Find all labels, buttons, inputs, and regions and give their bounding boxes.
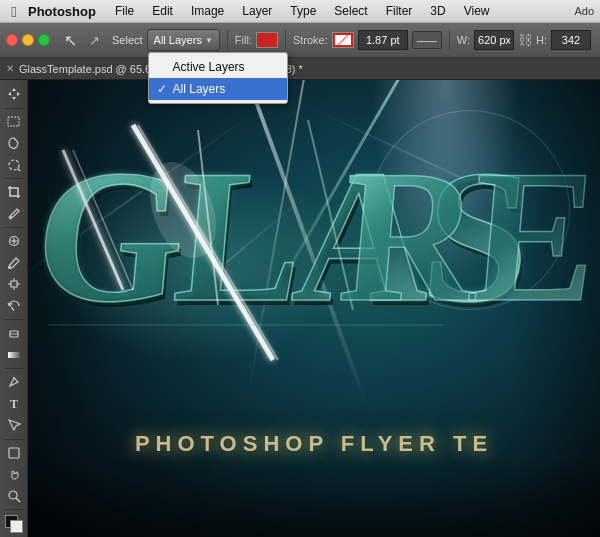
select-label: Select	[112, 34, 143, 46]
direct-select-tool-icon[interactable]: ↗	[85, 31, 104, 50]
dropdown-chevron-icon: ▼	[205, 36, 213, 45]
svg-point-11	[13, 377, 15, 379]
menu-view[interactable]: View	[461, 4, 493, 18]
svg-line-2	[17, 168, 20, 171]
tool-separator-7	[5, 509, 23, 510]
stroke-label: Stroke:	[293, 34, 328, 46]
type-tool-icon[interactable]: T	[3, 394, 25, 415]
app-name: Photoshop	[28, 4, 96, 19]
svg-line-15	[16, 498, 20, 502]
maximize-button[interactable]	[38, 34, 50, 46]
clone-stamp-tool-icon[interactable]	[3, 274, 25, 295]
svg-rect-10	[8, 352, 20, 358]
hand-tool-icon[interactable]	[3, 464, 25, 485]
separator-2	[285, 30, 286, 50]
height-label: H:	[536, 34, 547, 46]
tab-close-icon[interactable]: ✕	[6, 63, 14, 74]
bottom-fade	[28, 457, 600, 537]
select-lasso-tool-icon[interactable]	[3, 133, 25, 154]
tool-separator-2	[5, 178, 23, 179]
shape-tool-icon[interactable]	[3, 443, 25, 464]
move-tool-icon[interactable]	[3, 84, 25, 105]
quick-select-tool-icon[interactable]	[3, 155, 25, 176]
dropdown-selected-label: All Layers	[154, 34, 202, 46]
tool-separator-6	[5, 439, 23, 440]
check-active-icon: ✓	[157, 82, 167, 96]
menu-filter[interactable]: Filter	[383, 4, 416, 18]
apple-logo-icon[interactable]: 	[6, 3, 22, 19]
toolbar: ↖ ↗ Select All Layers ▼ Active Layers ✓ …	[0, 23, 600, 58]
svg-point-7	[8, 266, 11, 269]
crop-tool-icon[interactable]	[3, 182, 25, 203]
active-layers-label: Active Layers	[173, 60, 245, 74]
eyedropper-tool-icon[interactable]	[3, 204, 25, 225]
tool-separator-4	[5, 319, 23, 320]
all-layers-label: All Layers	[173, 82, 226, 96]
minimize-button[interactable]	[22, 34, 34, 46]
canvas-area: GLAS GLAS GLAS RE RE	[28, 80, 600, 537]
layer-select-dropdown[interactable]: All Layers ▼ Active Layers ✓ All Layers	[147, 29, 220, 51]
tool-separator-1	[5, 108, 23, 109]
background-color[interactable]	[10, 520, 23, 533]
tabbar: ✕ GlassTemplate.psd @ 65.6% (Ellipse 1 c…	[0, 58, 600, 80]
close-button[interactable]	[6, 34, 18, 46]
layer-dropdown-menu: Active Layers ✓ All Layers	[148, 52, 288, 104]
svg-rect-0	[8, 117, 19, 126]
tool-separator-3	[5, 227, 23, 228]
menu-image[interactable]: Image	[188, 4, 227, 18]
subtitle-text: PHOTOSHOP FLYER TE	[28, 431, 600, 457]
menu-select[interactable]: Select	[331, 4, 370, 18]
separator-1	[227, 30, 228, 50]
zoom-tool-icon[interactable]	[3, 486, 25, 507]
menu-3d[interactable]: 3D	[427, 4, 448, 18]
left-tools-panel: T	[0, 80, 28, 537]
stroke-style-selector[interactable]: ——	[412, 31, 442, 49]
menu-edit[interactable]: Edit	[149, 4, 176, 18]
menu-file[interactable]: File	[112, 4, 137, 18]
fg-bg-colors	[5, 515, 23, 533]
fill-color-swatch[interactable]	[256, 32, 278, 48]
dropdown-item-active-layers[interactable]: Active Layers	[149, 56, 287, 78]
menubar-right-text: Ado	[574, 5, 594, 17]
separator-3	[449, 30, 450, 50]
gradient-tool-icon[interactable]	[3, 345, 25, 366]
eraser-tool-icon[interactable]	[3, 323, 25, 344]
stroke-width-input[interactable]	[358, 30, 408, 50]
canvas-bg[interactable]: GLAS GLAS GLAS RE RE	[28, 80, 600, 537]
svg-text:RE: RE	[333, 130, 593, 341]
spot-heal-tool-icon[interactable]	[3, 231, 25, 252]
history-brush-tool-icon[interactable]	[3, 296, 25, 317]
tool-separator-5	[5, 368, 23, 369]
brush-tool-icon[interactable]	[3, 253, 25, 274]
menubar:  Photoshop File Edit Image Layer Type S…	[0, 0, 600, 23]
color-swatches[interactable]	[5, 515, 23, 533]
fill-label: Fill:	[235, 34, 252, 46]
glass-text-svg: GLAS GLAS GLAS RE RE	[43, 110, 593, 420]
stroke-style-swatch[interactable]	[332, 32, 354, 48]
width-input[interactable]	[474, 30, 514, 50]
svg-rect-13	[9, 448, 19, 458]
width-label: W:	[457, 34, 470, 46]
dropdown-item-all-layers[interactable]: ✓ All Layers	[149, 78, 287, 100]
arrow-tool-icon[interactable]: ↖	[60, 29, 81, 52]
stroke-style-icon: ——	[417, 35, 437, 46]
svg-text:T: T	[10, 397, 18, 411]
menu-layer[interactable]: Layer	[239, 4, 275, 18]
path-select-tool-icon[interactable]	[3, 415, 25, 436]
select-rect-tool-icon[interactable]	[3, 111, 25, 132]
svg-point-14	[9, 491, 17, 499]
pen-tool-icon[interactable]	[3, 372, 25, 393]
link-icon[interactable]: ⛓	[518, 32, 532, 48]
height-input[interactable]	[551, 30, 591, 50]
menu-type[interactable]: Type	[287, 4, 319, 18]
